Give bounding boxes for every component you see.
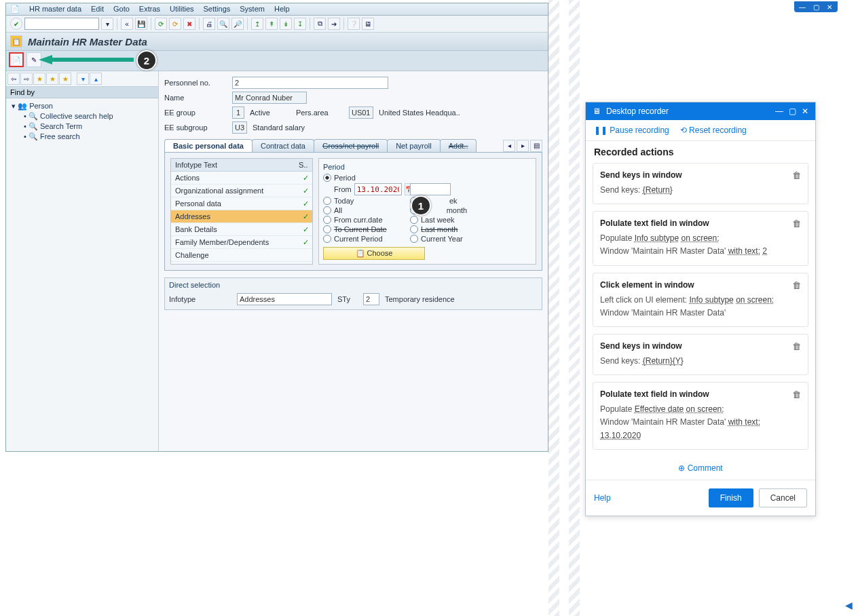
minimize-icon[interactable]: — (796, 2, 808, 12)
sty-input[interactable] (363, 293, 379, 305)
cancel-red-icon[interactable]: ✖ (183, 18, 195, 30)
recorded-action-card[interactable]: 🗑Polulate text field in windowPopulate E… (593, 382, 808, 450)
tab-net[interactable]: Net payroll (387, 139, 441, 152)
radio-tocurr[interactable] (323, 225, 331, 233)
to-date-input[interactable] (410, 183, 451, 195)
menu-edit[interactable]: Edit (91, 5, 104, 14)
nav-expand-icon[interactable]: ▾ (77, 73, 89, 85)
next-icon[interactable]: ↡ (280, 18, 292, 30)
exec-green-icon[interactable]: ⟳ (155, 18, 167, 30)
menu-icon[interactable]: 📄 (10, 5, 20, 14)
add-comment-button[interactable]: ⊕ Comment (586, 457, 815, 480)
menu-hr[interactable]: HR master data (29, 5, 81, 14)
radio-fromcurr[interactable] (323, 216, 331, 224)
page-title: Maintain HR Master Data (28, 36, 147, 47)
nav-collapse-icon[interactable]: ▴ (90, 73, 102, 85)
tab-addt[interactable]: Addt.. (440, 139, 477, 152)
radio-currperiod[interactable] (323, 235, 331, 243)
exec-amber-icon[interactable]: ⟳ (169, 18, 181, 30)
list-item[interactable]: Family Member/Dependents✓ (171, 236, 312, 249)
radio-lastmonth[interactable] (410, 225, 418, 233)
tab-gross[interactable]: Gross/net payroll (314, 139, 388, 152)
cancel-button[interactable]: Cancel (759, 488, 807, 507)
radio-all[interactable] (323, 206, 331, 214)
radio-lastweek[interactable] (410, 216, 418, 224)
recorder-max-icon[interactable]: ▢ (789, 107, 796, 116)
tree-item-freesearch[interactable]: • 🔍 Free search (12, 132, 153, 142)
recorder-min-icon[interactable]: — (775, 107, 783, 116)
close-icon[interactable]: ✕ (823, 2, 836, 12)
delete-action-icon[interactable]: 🗑 (792, 280, 801, 290)
desktop-recorder: 🖥 Desktop recorder — ▢ ✕ ❚❚ Pause record… (585, 102, 816, 516)
list-item[interactable]: Bank Details✓ (171, 223, 312, 236)
help-link[interactable]: Help (594, 493, 611, 503)
reset-recording-button[interactable]: ⟲ Reset recording (680, 126, 747, 135)
back-icon[interactable]: « (121, 18, 133, 30)
recorded-action-card[interactable]: 🗑Send keys in windowSend keys: {Return} (593, 163, 808, 204)
delete-action-icon[interactable]: 🗑 (792, 341, 801, 351)
ok-icon[interactable]: ✔ (10, 18, 22, 30)
recorded-action-card[interactable]: 🗑Polulate text field in windowPopulate I… (593, 211, 808, 265)
tab-contract[interactable]: Contract data (252, 139, 314, 152)
direct-selection: Direct selection Infotype STy Temporary … (164, 277, 542, 310)
delete-action-icon[interactable]: 🗑 (792, 218, 801, 229)
nav-fav3-icon[interactable]: ★ (59, 73, 71, 85)
tab-list-icon[interactable]: ▤ (530, 140, 542, 152)
command-field[interactable] (24, 18, 99, 30)
menu-extras[interactable]: Extras (139, 5, 160, 14)
menu-goto[interactable]: Goto (113, 5, 130, 14)
help-icon[interactable]: ❔ (348, 18, 360, 30)
torn-edge-left (548, 0, 559, 616)
list-item[interactable]: Challenge (171, 249, 312, 262)
pause-recording-button[interactable]: ❚❚ Pause recording (594, 126, 669, 135)
choose-button[interactable]: 📋 Choose (323, 247, 425, 260)
menu-system[interactable]: System (240, 5, 265, 14)
tree-item-collective[interactable]: • 🔍 Collective search help (12, 111, 153, 121)
save-icon[interactable]: 💾 (135, 18, 147, 30)
findnext-icon[interactable]: 🔎 (231, 18, 244, 30)
tab-basic[interactable]: Basic personal data (164, 139, 253, 152)
list-item[interactable]: Addresses✓ (171, 210, 312, 223)
eesg-code (232, 121, 247, 134)
prev-icon[interactable]: ↟ (265, 18, 278, 30)
pernr-input[interactable] (232, 77, 388, 89)
nav-fav1-icon[interactable]: ★ (33, 73, 45, 85)
tab-scroll-right-icon[interactable]: ▸ (517, 140, 529, 152)
session-icon[interactable]: ⧉ (314, 18, 326, 30)
create-button[interactable]: 📄 (9, 52, 24, 67)
directsel-header: Direct selection (169, 281, 538, 289)
list-item[interactable]: Personal data✓ (171, 197, 312, 210)
nav-left-icon[interactable]: ⇦ (7, 73, 20, 85)
last-icon[interactable]: ↧ (294, 18, 306, 30)
menu-help[interactable]: Help (274, 5, 290, 14)
recorded-action-card[interactable]: 🗑Send keys in windowSend keys: {Return}{… (593, 334, 808, 375)
radio-period[interactable] (323, 174, 331, 182)
delete-action-icon[interactable]: 🗑 (792, 170, 801, 180)
from-date-input[interactable] (354, 183, 402, 195)
radio-today[interactable] (323, 197, 331, 205)
dropdown-icon[interactable]: ▾ (101, 18, 113, 30)
finish-button[interactable]: Finish (709, 488, 753, 507)
tree-person[interactable]: ▾ 👥 Person (12, 101, 153, 111)
infotype-input[interactable] (237, 293, 332, 305)
tree-item-searchterm[interactable]: • 🔍 Search Term (12, 121, 153, 132)
layout-icon[interactable]: 🖥 (362, 18, 374, 30)
print-icon[interactable]: 🖨 (203, 18, 215, 30)
delete-action-icon[interactable]: 🗑 (792, 389, 801, 400)
recorder-close-icon[interactable]: ✕ (802, 107, 808, 116)
findby-header: Find by (6, 87, 158, 98)
list-item[interactable]: Actions✓ (171, 172, 312, 185)
menu-settings[interactable]: Settings (204, 5, 231, 14)
recorded-action-card[interactable]: 🗑Click element in windowLeft click on UI… (593, 273, 808, 327)
collapse-chevron-icon[interactable]: ◀ (845, 600, 853, 611)
radio-curryear[interactable] (410, 235, 418, 243)
menu-utilities[interactable]: Utilities (170, 5, 193, 14)
nav-fav2-icon[interactable]: ★ (46, 73, 58, 85)
tab-scroll-left-icon[interactable]: ◂ (503, 140, 515, 152)
first-icon[interactable]: ↥ (251, 18, 263, 30)
find-icon[interactable]: 🔍 (217, 18, 229, 30)
nav-right-icon[interactable]: ⇨ (20, 73, 33, 85)
maximize-icon[interactable]: ▢ (810, 2, 822, 12)
list-item[interactable]: Organizational assignment✓ (171, 185, 312, 197)
shortcut-icon[interactable]: ➔ (328, 18, 340, 30)
